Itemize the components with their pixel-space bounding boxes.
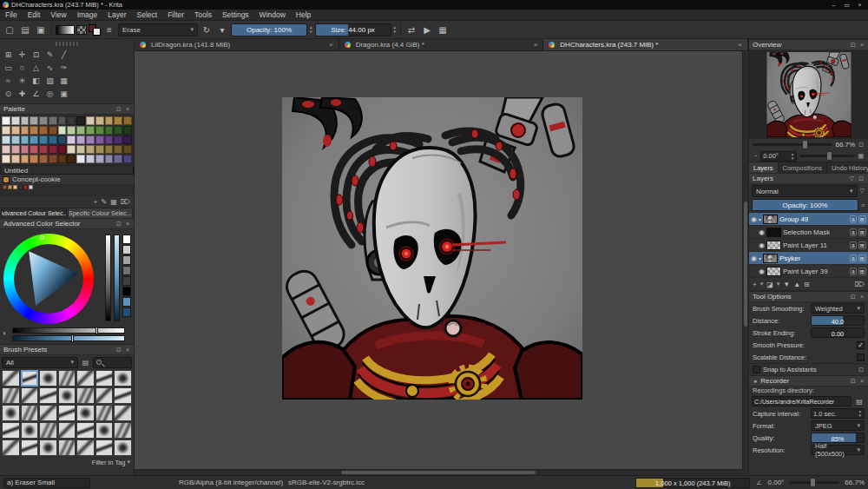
slider-knob[interactable] — [810, 478, 816, 487]
open-document-button[interactable]: ▤ — [18, 23, 32, 36]
tab-compositions[interactable]: Compositions — [779, 162, 827, 173]
scalable-distance-checkbox[interactable] — [857, 354, 865, 361]
palette-swatch[interactable] — [8, 185, 12, 189]
brush-preset[interactable] — [114, 370, 132, 387]
assistants-tool[interactable]: ✚ — [16, 88, 29, 100]
add-layer-dropdown[interactable]: ▾ — [760, 281, 764, 287]
wraparound-mode-button[interactable]: ▦ — [436, 23, 450, 36]
docker-float-icon[interactable]: ⊡ — [115, 347, 122, 354]
bezier-curve-tool[interactable]: ✑ — [57, 62, 70, 74]
layer-row[interactable]: ◉Paint Layer 11a⊞ — [749, 239, 868, 252]
palette-swatch[interactable] — [13, 185, 17, 189]
opacity-slider[interactable]: Opacity: 100% — [231, 23, 307, 36]
palette-swatch[interactable] — [86, 145, 95, 154]
docker-float-icon[interactable]: ⊡ — [858, 175, 865, 182]
layer-row[interactable]: ◉Selection Maska⊞ — [749, 226, 868, 239]
dynamic-brush-tool[interactable]: ≈ — [2, 75, 15, 87]
palette-swatch[interactable] — [67, 126, 76, 135]
palette-swatch[interactable] — [76, 116, 85, 125]
palette-swatch[interactable] — [95, 126, 104, 135]
palette-swatch[interactable] — [49, 135, 57, 144]
layer-alpha-badge[interactable]: a — [850, 268, 857, 275]
brush-preset[interactable] — [95, 422, 114, 439]
menu-item-window[interactable]: Window — [254, 10, 291, 21]
layer-row[interactable]: ◉▾Group 49a⊞ — [749, 213, 868, 226]
brush-preset[interactable] — [76, 387, 95, 404]
palette-docker-header[interactable]: Palette ⊡ × — [0, 103, 134, 115]
shade-selector-icon[interactable]: ◑ — [2, 329, 6, 337]
palette-swatch[interactable] — [39, 145, 48, 154]
brush-preset[interactable] — [21, 387, 39, 404]
layer-filter-button[interactable]: ▽ — [859, 188, 865, 195]
palette-swatch[interactable] — [3, 185, 7, 189]
brush-preset[interactable] — [114, 405, 132, 421]
saturation-slider[interactable] — [12, 335, 125, 341]
docker-float-icon[interactable]: ⊡ — [858, 367, 865, 373]
tag-filter-combo[interactable]: All ▾ — [2, 357, 78, 368]
menu-item-file[interactable]: File — [0, 10, 23, 21]
add-layer-button[interactable]: + — [753, 281, 757, 288]
palette-swatch[interactable] — [58, 145, 67, 154]
menu-item-edit[interactable]: Edit — [23, 10, 46, 21]
brush-preset[interactable] — [2, 439, 20, 456]
preset-search-input[interactable] — [93, 357, 132, 368]
color-chip[interactable] — [122, 255, 131, 265]
docker-close-icon[interactable]: × — [125, 221, 130, 227]
resolution-combo[interactable]: Half (500x500) ▾ — [811, 445, 865, 455]
canvas-area[interactable] — [135, 51, 748, 475]
color-chip[interactable] — [122, 235, 131, 244]
layer-row[interactable]: ◉Paint Layer 39a⊞ — [749, 265, 868, 278]
blending-mode-combo[interactable]: Erase ▾ — [118, 23, 198, 36]
brush-preset[interactable] — [2, 422, 20, 439]
new-document-button[interactable]: ▢ — [3, 23, 16, 36]
pattern-chooser[interactable] — [76, 25, 87, 35]
maximize-button[interactable]: ▭ — [840, 0, 853, 10]
color-chip[interactable] — [122, 307, 131, 317]
transform-tool[interactable]: ⊞ — [2, 49, 15, 61]
docker-float-icon[interactable]: ⊡ — [115, 106, 122, 113]
layer-alpha-badge[interactable]: a — [850, 228, 857, 236]
palette-swatch[interactable] — [114, 116, 122, 125]
brush-preset[interactable] — [39, 387, 57, 404]
minimize-button[interactable]: – — [827, 0, 840, 10]
docker-float-icon[interactable]: ⊡ — [850, 294, 857, 301]
brush-preset[interactable] — [76, 422, 95, 439]
palette-swatch[interactable] — [49, 145, 57, 154]
quality-slider[interactable]: 85% — [811, 433, 865, 443]
palette-swatch[interactable] — [95, 145, 104, 154]
crop-tool[interactable]: ⊡ — [30, 49, 43, 61]
brush-preset[interactable] — [21, 405, 39, 421]
size-spin-arrows[interactable]: ▴▾ — [393, 25, 398, 34]
color-chip[interactable] — [122, 266, 131, 275]
canvas-angle-value[interactable]: 0.00° — [768, 479, 785, 486]
current-brush-name[interactable]: a) Eraser Small — [3, 478, 90, 488]
zoom-level-value[interactable]: 66.7% — [845, 479, 865, 486]
save-document-button[interactable]: ▣ — [34, 23, 48, 36]
docker-float-icon[interactable]: ⊡ — [115, 221, 122, 228]
memory-usage-widget[interactable]: 1,000 x 1,000 (243.7 MiB) — [635, 478, 750, 488]
layer-props-badge[interactable]: ⊞ — [858, 241, 866, 249]
palette-swatch[interactable] — [114, 135, 122, 144]
overview-docker-header[interactable]: Overview ⊡ × — [749, 39, 868, 50]
slider-knob[interactable] — [826, 151, 832, 161]
palette-swatch[interactable] — [30, 135, 38, 144]
palette-swatch[interactable] — [2, 126, 10, 135]
tab-close-icon[interactable]: × — [533, 41, 539, 49]
palette-swatch[interactable] — [76, 126, 85, 135]
layer-visibility-icon[interactable]: ◉ — [759, 241, 765, 249]
preset-detach-button[interactable]: ▾ — [215, 23, 229, 36]
move-layer-down-button[interactable]: ▼ — [783, 281, 790, 288]
toolbox-drag-handle[interactable] — [56, 42, 78, 46]
value-strip[interactable] — [105, 235, 111, 321]
polygon-tool[interactable]: △ — [30, 62, 43, 74]
slider-marker[interactable] — [95, 327, 98, 334]
menu-item-settings[interactable]: Settings — [217, 10, 254, 21]
brush-preset[interactable] — [95, 387, 114, 404]
palette-swatch[interactable] — [23, 185, 28, 189]
palette-swatch[interactable] — [30, 126, 38, 135]
palette-swatch[interactable] — [114, 155, 122, 163]
advanced-color-selector-header[interactable]: Advanced Color Selector ⊡ × — [0, 218, 134, 229]
brush-preset[interactable] — [58, 439, 76, 456]
brush-preset[interactable] — [2, 370, 20, 387]
overview-thumbnail[interactable] — [749, 50, 868, 139]
